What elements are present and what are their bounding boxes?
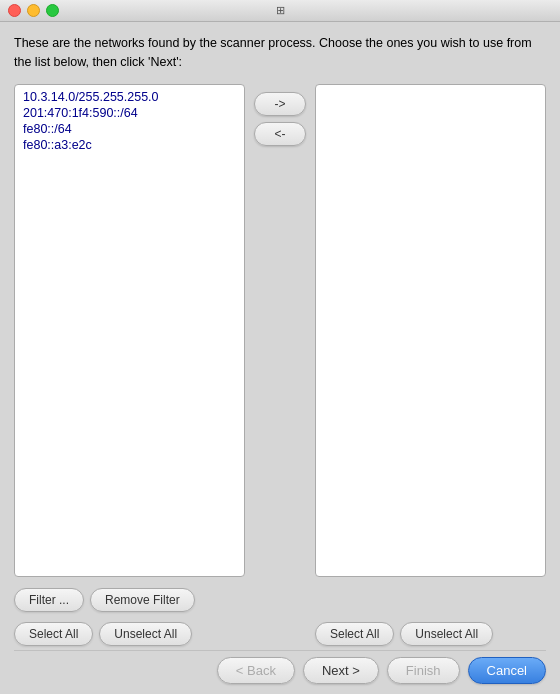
back-button[interactable]: < Back (217, 657, 295, 684)
minimize-button[interactable] (27, 4, 40, 17)
move-right-button[interactable]: -> (254, 92, 306, 116)
right-action-buttons: Select All Unselect All (315, 583, 546, 646)
title-bar: ⊞ (0, 0, 560, 22)
main-content: These are the networks found by the scan… (0, 22, 560, 694)
right-list-area (315, 84, 546, 578)
filter-button[interactable]: Filter ... (14, 588, 84, 612)
footer-buttons: < Back Next > Finish Cancel (14, 650, 546, 684)
close-button[interactable] (8, 4, 21, 17)
list-item[interactable]: fe80::/64 (17, 121, 242, 137)
right-list-box[interactable] (315, 84, 546, 578)
cancel-button[interactable]: Cancel (468, 657, 546, 684)
description-text: These are the networks found by the scan… (14, 34, 546, 72)
unselect-all-right-button[interactable]: Unselect All (400, 622, 493, 646)
right-spacer (315, 583, 546, 612)
select-all-right-button[interactable]: Select All (315, 622, 394, 646)
window-controls[interactable] (8, 4, 59, 17)
next-button[interactable]: Next > (303, 657, 379, 684)
list-item[interactable]: 10.3.14.0/255.255.255.0 (17, 89, 242, 105)
left-list-box[interactable]: 10.3.14.0/255.255.255.0201:470:1f4:590::… (14, 84, 245, 578)
left-action-buttons: Filter ... Remove Filter Select All Unse… (14, 583, 245, 646)
left-list-area: 10.3.14.0/255.255.255.0201:470:1f4:590::… (14, 84, 245, 578)
right-select-row: Select All Unselect All (315, 622, 546, 646)
list-item[interactable]: 201:470:1f4:590::/64 (17, 105, 242, 121)
move-left-button[interactable]: <- (254, 122, 306, 146)
left-filter-row: Filter ... Remove Filter (14, 588, 245, 612)
title-bar-icon: ⊞ (276, 4, 285, 17)
lists-row: 10.3.14.0/255.255.255.0201:470:1f4:590::… (14, 84, 546, 578)
remove-filter-button[interactable]: Remove Filter (90, 588, 195, 612)
middle-spacer (245, 583, 315, 646)
select-all-left-button[interactable]: Select All (14, 622, 93, 646)
action-buttons-area: Filter ... Remove Filter Select All Unse… (14, 583, 546, 646)
left-select-row: Select All Unselect All (14, 622, 245, 646)
list-item[interactable]: fe80::a3:e2c (17, 137, 242, 153)
maximize-button[interactable] (46, 4, 59, 17)
middle-buttons: -> <- (245, 84, 315, 578)
unselect-all-left-button[interactable]: Unselect All (99, 622, 192, 646)
finish-button[interactable]: Finish (387, 657, 460, 684)
